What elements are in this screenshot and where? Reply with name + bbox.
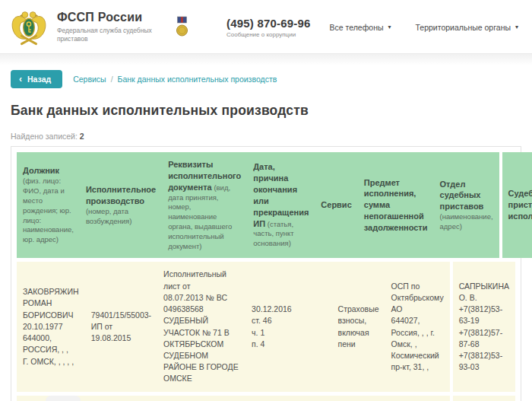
breadcrumb-separator: /: [111, 75, 113, 84]
column-header-subject: Предмет исполнения, сумма непогашенной з…: [358, 152, 434, 258]
column-header-termination: Дата, причина окончания или прекращения …: [247, 152, 315, 258]
breadcrumb-current[interactable]: Банк данных исполнительных производств: [118, 75, 277, 84]
org-subtitle: Федеральная служба судебных приставов: [57, 27, 154, 44]
column-header-department: Отдел судебных приставов (наименование, …: [434, 152, 499, 258]
cell-bailiff: САПРЫКИНА О. В. +7(3812)53- 63-19 +7(381…: [453, 396, 515, 401]
page-title: Банк данных исполнительных производств: [11, 103, 521, 119]
breadcrumb-services[interactable]: Сервисы: [73, 75, 106, 84]
column-header-proceeding: Исполнительное производство (номер, дата…: [80, 152, 162, 258]
nav-territorial-bodies-label: Территориальные органы: [416, 23, 511, 32]
table-row: ЗАКОВРЯЖИН РОМАН БОРИСОВИЧ 20.10.1977 64…: [17, 262, 515, 391]
footer-edge: [46, 396, 81, 401]
chevron-left-icon: ‹: [19, 75, 22, 84]
back-button-label: Назад: [27, 75, 51, 84]
contact-block: (495) 870-69-96 Сообщение о коррупции: [226, 17, 311, 38]
proceedings-table: Должник (физ. лицо: ФИО, дата и место ро…: [11, 146, 521, 401]
nav-territorial-bodies[interactable]: Территориальные органы ▾: [416, 23, 518, 32]
top-navigation: Все телефоны ▾ Территориальные органы ▾: [330, 23, 521, 32]
home-link[interactable]: ФССП России Федеральная служба судебных …: [9, 8, 154, 47]
cell-service: [308, 396, 332, 401]
cell-department: ОСП по Октябрьскому АО 644027, Россия, ,…: [385, 396, 450, 401]
column-header-document: Реквизиты исполнительного документа (вид…: [162, 152, 247, 258]
chevron-down-icon: ▾: [388, 24, 391, 30]
results-label: Найдено записей:: [11, 132, 78, 141]
cell-termination: 30.12.2016 ст. 46 ч. 1 п. 4: [245, 262, 307, 391]
cell-service: [307, 262, 331, 391]
header-divider: [0, 53, 532, 65]
table-header-row: Должник (физ. лицо: ФИО, дата и место ро…: [17, 152, 515, 258]
fssp-emblem-icon: [9, 8, 49, 47]
nav-all-phones-label: Все телефоны: [330, 23, 384, 32]
phone-number: (495) 870-69-96: [226, 17, 311, 30]
table-row: ЗАКОВРЯЖИН РОМАН БОРИСОВИЧ 20.10.1977 64…: [17, 396, 515, 401]
cell-termination: 28.12.2016 ст. 46 ч. 1 п. 4: [248, 396, 308, 401]
nav-all-phones[interactable]: Все телефоны ▾: [330, 23, 391, 32]
cell-department: ОСП по Октябрьскому АО 644027, Россия, ,…: [385, 262, 450, 391]
cell-subject: Страховые взносы, включая пени: [332, 262, 385, 391]
cell-proceeding: 146566/16/55003- ИП от 20.12.2016: [85, 396, 162, 401]
medal-icon: [176, 16, 188, 39]
brand-text: ФССП России Федеральная служба судебных …: [57, 11, 154, 44]
results-count: 2: [80, 132, 84, 141]
breadcrumb-trail: Сервисы / Банк данных исполнительных про…: [73, 75, 277, 84]
cell-proceeding: 79401/15/55003- ИП от 19.08.2015: [85, 262, 157, 391]
column-header-service: Сервис: [315, 152, 357, 258]
column-header-bailiff: Судебный пристав-исполнитель: [502, 152, 532, 258]
cell-bailiff: САПРЫКИНА О. В. +7(3812)53- 63-19 +7(381…: [453, 262, 515, 391]
chevron-down-icon: ▾: [515, 24, 518, 30]
breadcrumb: ‹ Назад Сервисы / Банк данных исполнител…: [11, 70, 521, 88]
results-summary: Найдено записей: 2: [11, 132, 521, 141]
cell-subject: Страховые взносы, включая пени: [332, 396, 385, 401]
corruption-report-link[interactable]: Сообщение о коррупции: [226, 31, 311, 38]
column-header-debtor: Должник (физ. лицо: ФИО, дата и место ро…: [17, 152, 80, 258]
site-header: ФССП России Федеральная служба судебных …: [0, 0, 532, 53]
cell-document: Исполнительный лист от 08.07.2013 № ВС 0…: [157, 262, 245, 391]
back-button[interactable]: ‹ Назад: [11, 70, 62, 88]
cell-debtor: ЗАКОВРЯЖИН РОМАН БОРИСОВИЧ 20.10.1977 64…: [17, 262, 85, 391]
cell-document: Исполнительный лист от 28.11.2015 № 2-14…: [162, 396, 248, 401]
org-name: ФССП России: [57, 11, 154, 24]
